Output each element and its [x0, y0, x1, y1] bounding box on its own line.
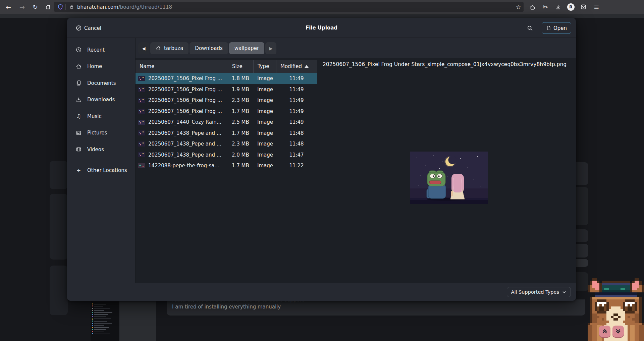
- file-thumbnail: [138, 130, 145, 135]
- scroll-to-bottom-button[interactable]: [612, 326, 624, 337]
- film-icon: [76, 147, 82, 152]
- file-row[interactable]: 20250607_1506_Pixel Frog ... 1.7 MB Imag…: [136, 106, 317, 117]
- sidebar-item-downloads[interactable]: Downloads: [67, 92, 135, 108]
- file-type: Image: [253, 84, 276, 95]
- file-type-filter-dropdown[interactable]: All Supported Types: [507, 287, 571, 297]
- file-thumbnail: [138, 109, 145, 114]
- column-header-type[interactable]: Type: [253, 60, 276, 73]
- path-back-button[interactable]: ◀: [138, 42, 149, 54]
- file-type: Image: [253, 95, 276, 106]
- file-modified: 11:49: [276, 84, 317, 95]
- divider: [65, 4, 66, 10]
- file-name: 20250607_1440_Cozy Rain...: [148, 119, 221, 125]
- file-modified: 11:48: [276, 138, 317, 150]
- file-thumbnail: [138, 87, 145, 92]
- extensions-puzzle-icon[interactable]: [527, 0, 539, 14]
- house-icon: [76, 64, 82, 69]
- screenshot-scissors-icon[interactable]: ✂: [539, 0, 551, 14]
- column-header-name[interactable]: Name: [136, 60, 228, 73]
- file-type: Image: [253, 73, 276, 84]
- open-button[interactable]: Open: [542, 22, 571, 34]
- file-name: 20250607_1506_Pixel Frog ...: [148, 75, 222, 81]
- home-icon[interactable]: [42, 0, 54, 14]
- background-post: [50, 194, 68, 260]
- column-label: Modified: [280, 63, 302, 69]
- column-header-modified[interactable]: Modified: [276, 60, 317, 73]
- plus-icon: +: [76, 167, 82, 174]
- file-thumbnail: [138, 120, 145, 125]
- scroll-to-top-button[interactable]: [599, 326, 610, 337]
- house-icon: [156, 46, 161, 51]
- search-button[interactable]: [525, 23, 535, 33]
- file-thumbnail: [138, 98, 145, 103]
- documents-icon: [76, 80, 82, 86]
- background-post: [50, 266, 68, 315]
- music-note-icon: ♫: [76, 113, 82, 119]
- preview-image: [410, 152, 488, 204]
- breadcrumb-label: tarbuza: [164, 45, 183, 51]
- lock-icon[interactable]: [69, 4, 74, 10]
- reload-icon[interactable]: ↻: [30, 0, 41, 14]
- sidebar-item-documents[interactable]: Documents: [67, 75, 135, 92]
- browser-toolbar: ← → ↻ bharatchan.com/board/g/thread/1118…: [0, 0, 644, 14]
- file-size: 2.5 MB: [228, 117, 253, 128]
- sidebar-item-recent[interactable]: Recent: [67, 42, 135, 58]
- file-name: 20250607_1438_Pepe and ...: [148, 152, 221, 158]
- avatar-letter: R: [567, 3, 575, 11]
- forward-icon[interactable]: →: [16, 0, 28, 14]
- menu-hamburger-icon[interactable]: ☰: [590, 0, 602, 14]
- bookmark-star-icon[interactable]: ☆: [516, 2, 521, 12]
- file-size: 1.9 MB: [228, 84, 253, 95]
- list-header: Name Size Type Modified: [136, 60, 317, 73]
- account-avatar[interactable]: R: [565, 0, 577, 14]
- sidebar-item-music[interactable]: ♫ Music: [67, 108, 135, 125]
- sidebar-divider: [67, 160, 135, 160]
- file-row[interactable]: 20250607_1438_Pepe and ... 2.0 MB Image …: [136, 150, 317, 161]
- sidebar-item-pictures[interactable]: Pictures: [67, 125, 135, 141]
- column-header-size[interactable]: Size: [228, 60, 253, 73]
- file-row[interactable]: 20250607_1438_Pepe and ... 1.7 MB Image …: [136, 128, 317, 139]
- file-modified: 11:22: [276, 160, 317, 171]
- pocket-icon[interactable]: [577, 0, 589, 14]
- file-row[interactable]: 20250607_1506_Pixel Frog ... 1.9 MB Imag…: [136, 84, 317, 95]
- path-forward-button[interactable]: ▶: [265, 42, 276, 54]
- file-row[interactable]: 1422088-pepe-the-frog-sa... 1.7 MB Image…: [136, 160, 317, 171]
- sidebar-item-other-locations[interactable]: + Other Locations: [67, 162, 135, 179]
- sort-ascending-icon: [305, 65, 309, 68]
- sidebar-item-videos[interactable]: Videos: [67, 141, 135, 158]
- chevron-down-icon: [562, 290, 567, 294]
- file-modified: 11:49: [276, 106, 317, 117]
- document-icon: [546, 25, 551, 31]
- picture-icon: [76, 130, 82, 136]
- thread-reply-preview: features, tools like screenshot drop to …: [167, 299, 585, 316]
- sidebar-label: Recent: [87, 47, 105, 53]
- file-name: 1422088-pepe-the-frog-sa...: [148, 163, 219, 169]
- url-bar[interactable]: bharatchan.com/board/g/thread/1118 ☆: [54, 2, 524, 12]
- open-label: Open: [553, 25, 567, 31]
- file-size: 1.7 MB: [228, 128, 253, 139]
- sidebar-item-home[interactable]: Home: [67, 58, 135, 75]
- file-row[interactable]: 20250607_1506_Pixel Frog ... 1.8 MB Imag…: [136, 73, 317, 84]
- file-row[interactable]: 20250607_1506_Pixel Frog ... 2.3 MB Imag…: [136, 95, 317, 106]
- file-size: 1.7 MB: [228, 160, 253, 171]
- breadcrumb-wallpaper[interactable]: wallpaper: [229, 42, 264, 54]
- url-host: bharatchan.com: [77, 4, 118, 10]
- downloads-icon[interactable]: [552, 0, 564, 14]
- file-upload-dialog: Cancel File Upload Open Recen: [67, 18, 576, 301]
- tracking-shield-icon[interactable]: [57, 4, 63, 10]
- file-row[interactable]: 20250607_1440_Cozy Rain... 2.5 MB Image …: [136, 117, 317, 128]
- page-top-strip: [0, 14, 644, 18]
- clock-icon: [76, 47, 82, 53]
- breadcrumb-home[interactable]: tarbuza: [150, 42, 189, 54]
- file-tree-thumbnail: [91, 301, 119, 341]
- file-type: Image: [253, 128, 276, 139]
- file-thumbnail: [138, 152, 145, 157]
- breadcrumb-downloads[interactable]: Downloads: [190, 42, 228, 54]
- file-row[interactable]: 20250607_1438_Pepe and ... 2.3 MB Image …: [136, 138, 317, 150]
- filter-label: All Supported Types: [511, 289, 559, 295]
- breadcrumb: ◀ tarbuza Downloads wallpaper ▶: [138, 42, 276, 54]
- double-chevron-down-icon: [615, 328, 622, 335]
- file-thumbnail: [138, 76, 145, 81]
- file-name: 20250607_1506_Pixel Frog ...: [148, 108, 222, 114]
- back-icon[interactable]: ←: [3, 0, 14, 14]
